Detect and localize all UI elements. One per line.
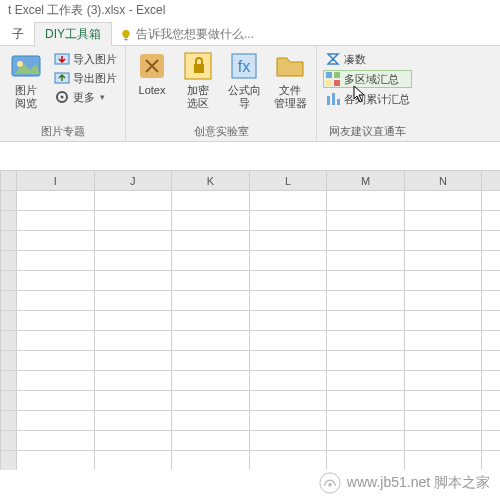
tell-me-search[interactable]: 告诉我您想要做什么... (112, 24, 262, 45)
cell[interactable] (94, 431, 172, 451)
cell[interactable] (404, 191, 482, 211)
row-header[interactable] (1, 231, 17, 251)
cell[interactable] (327, 271, 405, 291)
table-row[interactable] (1, 291, 501, 311)
row-header[interactable] (1, 271, 17, 291)
cell[interactable] (94, 331, 172, 351)
cell[interactable] (94, 451, 172, 471)
cell[interactable] (249, 371, 327, 391)
cell[interactable] (249, 311, 327, 331)
cell[interactable] (404, 251, 482, 271)
cell[interactable] (17, 451, 95, 471)
cell[interactable] (404, 431, 482, 451)
grid-body[interactable] (1, 191, 501, 471)
import-image-button[interactable]: 导入图片 (52, 50, 119, 68)
cell[interactable] (172, 231, 250, 251)
cell[interactable] (327, 371, 405, 391)
cell[interactable] (172, 431, 250, 451)
row-header[interactable] (1, 211, 17, 231)
cell[interactable] (327, 291, 405, 311)
cell[interactable] (17, 371, 95, 391)
make-number-button[interactable]: 凑数 (323, 50, 412, 68)
cell[interactable] (249, 411, 327, 431)
cell[interactable] (327, 411, 405, 431)
cell[interactable] (482, 191, 500, 211)
file-manager-button[interactable]: 文件 管理器 (270, 50, 310, 123)
cell[interactable] (94, 371, 172, 391)
cell[interactable] (249, 191, 327, 211)
col-header[interactable]: J (94, 171, 172, 191)
cell[interactable] (94, 311, 172, 331)
export-image-button[interactable]: 导出图片 (52, 69, 119, 87)
cell[interactable] (94, 271, 172, 291)
table-row[interactable] (1, 411, 501, 431)
corner-cell[interactable] (1, 171, 17, 191)
multi-region-summary-button[interactable]: 多区域汇总 (323, 70, 412, 88)
cell[interactable] (327, 351, 405, 371)
more-images-button[interactable]: 更多 ▾ (52, 88, 119, 106)
cell[interactable] (94, 191, 172, 211)
row-header[interactable] (1, 351, 17, 371)
row-header[interactable] (1, 371, 17, 391)
cell[interactable] (17, 271, 95, 291)
cell[interactable] (94, 211, 172, 231)
cell[interactable] (482, 451, 500, 471)
cell[interactable] (482, 391, 500, 411)
row-header[interactable] (1, 291, 17, 311)
cell[interactable] (249, 331, 327, 351)
cell[interactable] (482, 311, 500, 331)
cell[interactable] (327, 431, 405, 451)
table-row[interactable] (1, 331, 501, 351)
table-row[interactable] (1, 311, 501, 331)
cell[interactable] (327, 191, 405, 211)
cell[interactable] (404, 271, 482, 291)
cell[interactable] (249, 351, 327, 371)
cell[interactable] (17, 191, 95, 211)
tab-diy-toolbox[interactable]: DIY工具箱 (34, 22, 112, 46)
cell[interactable] (17, 391, 95, 411)
cell[interactable] (404, 291, 482, 311)
formula-guide-button[interactable]: fx 公式向 导 (224, 50, 264, 123)
cell[interactable] (17, 411, 95, 431)
row-header[interactable] (1, 251, 17, 271)
cell[interactable] (94, 411, 172, 431)
column-cumulative-button[interactable]: 各列累计汇总 (323, 90, 412, 108)
cell[interactable] (327, 231, 405, 251)
cell[interactable] (17, 211, 95, 231)
cell[interactable] (17, 251, 95, 271)
cell[interactable] (482, 411, 500, 431)
cell[interactable] (482, 271, 500, 291)
cell[interactable] (482, 211, 500, 231)
cell[interactable] (404, 231, 482, 251)
cell[interactable] (482, 251, 500, 271)
cell[interactable] (327, 251, 405, 271)
cell[interactable] (172, 211, 250, 231)
row-header[interactable] (1, 191, 17, 211)
col-header[interactable]: M (327, 171, 405, 191)
cell[interactable] (327, 311, 405, 331)
table-row[interactable] (1, 271, 501, 291)
row-header[interactable] (1, 431, 17, 451)
cell[interactable] (482, 351, 500, 371)
row-header[interactable] (1, 391, 17, 411)
cell[interactable] (249, 251, 327, 271)
row-header[interactable] (1, 451, 17, 471)
cell[interactable] (249, 391, 327, 411)
cell[interactable] (404, 311, 482, 331)
cell[interactable] (94, 351, 172, 371)
encrypt-selection-button[interactable]: 加密 选区 (178, 50, 218, 123)
cell[interactable] (94, 391, 172, 411)
cell[interactable] (249, 231, 327, 251)
cell[interactable] (172, 311, 250, 331)
cell[interactable] (17, 431, 95, 451)
cell[interactable] (327, 451, 405, 471)
cell[interactable] (404, 351, 482, 371)
row-header[interactable] (1, 411, 17, 431)
cell[interactable] (249, 451, 327, 471)
table-row[interactable] (1, 191, 501, 211)
cell[interactable] (17, 291, 95, 311)
col-header[interactable]: K (172, 171, 250, 191)
cell[interactable] (17, 331, 95, 351)
table-row[interactable] (1, 391, 501, 411)
cell[interactable] (172, 451, 250, 471)
